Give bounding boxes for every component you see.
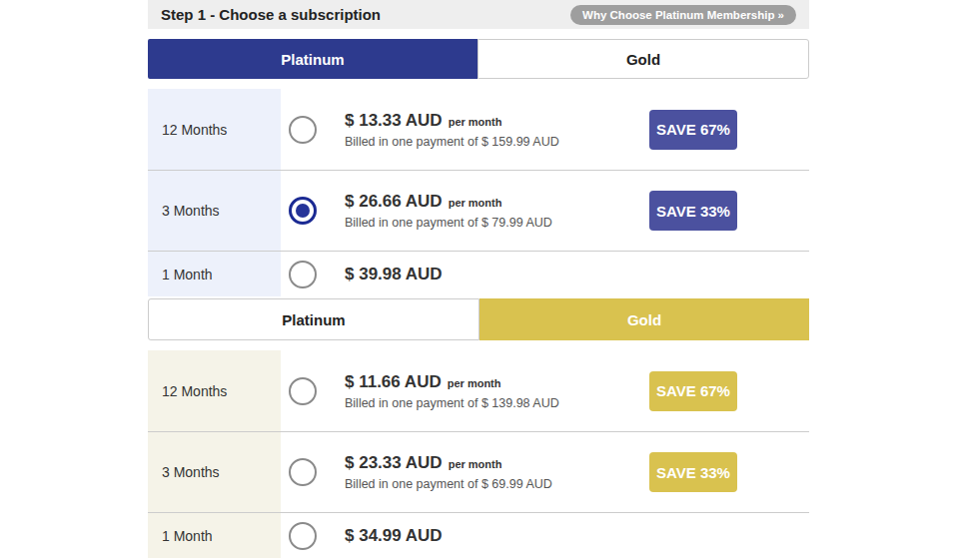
- gold-plans: 12 Months $ 11.66 AUD per month Billed i…: [148, 350, 809, 558]
- plan-duration: 3 Months: [148, 432, 281, 512]
- save-badge: SAVE 33%: [649, 452, 737, 492]
- plan-row-gold-12-months[interactable]: 12 Months $ 11.66 AUD per month Billed i…: [148, 350, 809, 431]
- subscription-panel: Step 1 - Choose a subscription Why Choos…: [148, 0, 809, 558]
- gold-tabbar: Platinum Gold: [148, 298, 809, 340]
- plan-row-gold-3-months[interactable]: 3 Months $ 23.33 AUD per month Billed in…: [148, 431, 809, 512]
- plan-per-month: per month: [449, 197, 502, 209]
- plan-row-platinum-1-month[interactable]: 1 Month $ 39.98 AUD: [148, 251, 809, 296]
- tab-platinum[interactable]: Platinum: [148, 298, 480, 340]
- plan-per-month: per month: [449, 116, 502, 128]
- plan-billed-note: Billed in one payment of $ 79.99 AUD: [345, 216, 552, 230]
- radio-button[interactable]: [289, 116, 317, 144]
- plan-price: $ 34.99 AUD: [345, 526, 443, 546]
- platinum-tabbar: Platinum Gold: [148, 39, 809, 79]
- plan-row-gold-1-month[interactable]: 1 Month $ 34.99 AUD: [148, 512, 809, 558]
- plan-content: $ 23.33 AUD per month Billed in one paym…: [281, 432, 809, 512]
- plan-price: $ 39.98 AUD: [345, 265, 443, 284]
- save-badge: SAVE 33%: [649, 191, 737, 231]
- price-block: $ 34.99 AUD: [345, 526, 443, 546]
- plan-content: $ 13.33 AUD per month Billed in one paym…: [281, 89, 809, 170]
- step-header: Step 1 - Choose a subscription Why Choos…: [148, 0, 809, 29]
- radio-button[interactable]: [289, 522, 317, 550]
- plan-billed-note: Billed in one payment of $ 139.98 AUD: [345, 396, 559, 410]
- plan-price: $ 26.66 AUD: [345, 192, 443, 212]
- price-block: $ 13.33 AUD per month Billed in one paym…: [345, 111, 559, 149]
- price-block: $ 26.66 AUD per month Billed in one paym…: [345, 192, 552, 230]
- plan-duration: 1 Month: [148, 252, 281, 296]
- plan-duration: 3 Months: [148, 171, 281, 251]
- save-badge: SAVE 67%: [649, 371, 737, 411]
- tab-platinum[interactable]: Platinum: [148, 39, 478, 79]
- plan-duration: 12 Months: [148, 350, 281, 431]
- price-block: $ 23.33 AUD per month Billed in one paym…: [345, 453, 552, 491]
- plan-duration: 12 Months: [148, 89, 281, 170]
- tab-gold[interactable]: Gold: [478, 39, 809, 79]
- save-badge: SAVE 67%: [649, 110, 737, 150]
- plan-price: $ 13.33 AUD: [345, 111, 443, 131]
- plan-billed-note: Billed in one payment of $ 69.99 AUD: [345, 477, 552, 491]
- plan-content: $ 11.66 AUD per month Billed in one paym…: [281, 350, 809, 431]
- page-title: Step 1 - Choose a subscription: [161, 6, 381, 23]
- radio-button[interactable]: [289, 197, 317, 225]
- plan-per-month: per month: [449, 458, 502, 470]
- plan-price: $ 11.66 AUD: [345, 372, 442, 392]
- plan-price: $ 23.33 AUD: [345, 453, 443, 473]
- plan-billed-note: Billed in one payment of $ 159.99 AUD: [345, 135, 559, 149]
- price-block: $ 39.98 AUD: [345, 265, 443, 284]
- radio-dot: [296, 204, 310, 218]
- plan-content: $ 26.66 AUD per month Billed in one paym…: [281, 171, 809, 251]
- plan-content: $ 39.98 AUD: [281, 252, 809, 296]
- plan-row-platinum-12-months[interactable]: 12 Months $ 13.33 AUD per month Billed i…: [148, 89, 809, 170]
- radio-button[interactable]: [289, 261, 317, 288]
- plan-content: $ 34.99 AUD: [281, 513, 809, 558]
- radio-button[interactable]: [289, 377, 317, 405]
- plan-duration: 1 Month: [148, 513, 281, 558]
- why-choose-platinum-button[interactable]: Why Choose Platinum Membership »: [570, 5, 796, 25]
- price-block: $ 11.66 AUD per month Billed in one paym…: [345, 372, 559, 410]
- platinum-plans: 12 Months $ 13.33 AUD per month Billed i…: [148, 89, 809, 296]
- tab-gold[interactable]: Gold: [480, 298, 809, 340]
- radio-button[interactable]: [289, 458, 317, 486]
- plan-per-month: per month: [448, 377, 501, 389]
- plan-row-platinum-3-months[interactable]: 3 Months $ 26.66 AUD per month Billed in…: [148, 170, 809, 251]
